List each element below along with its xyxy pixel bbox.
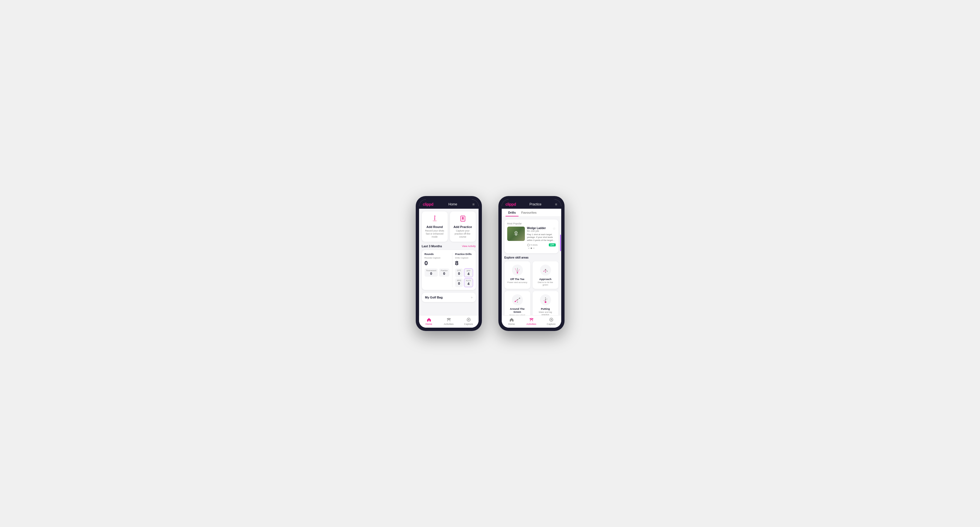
nav2-home[interactable]: Home: [505, 317, 519, 325]
approach-name: Approach: [539, 278, 551, 281]
rounds-col: Rounds Rounds Capture 0 Tournament 0 Pra…: [425, 253, 449, 287]
arg-box: ARG 0: [455, 278, 463, 287]
add-round-icon: [424, 215, 445, 224]
stats-card: Rounds Rounds Capture 0 Tournament 0 Pra…: [422, 250, 476, 290]
nav-capture[interactable]: Capture: [462, 317, 476, 325]
skill-approach[interactable]: Approach Dial-in to hit the green: [533, 261, 558, 289]
svg-point-4: [448, 318, 449, 320]
dot-2: [531, 248, 532, 249]
svg-point-0: [433, 220, 437, 221]
phone1-nav: Home Activities: [419, 315, 479, 328]
drills-total: 8: [455, 260, 473, 267]
skill-around-green[interactable]: Around The Green Hone your short game: [504, 291, 530, 315]
putting-name: Putting: [541, 307, 550, 310]
tournament-label: Tournament: [426, 270, 436, 271]
rounds-capture-label: Rounds Capture: [425, 257, 449, 259]
svg-point-5: [447, 319, 448, 319]
ott-value: 0: [457, 271, 461, 276]
tabs-bar: Drills Favourites: [502, 209, 561, 217]
drill-image: [507, 227, 525, 241]
view-activity-link[interactable]: View Activity: [462, 245, 476, 248]
stats-period-label: Last 3 Months: [422, 244, 442, 248]
app-label: APP: [466, 270, 471, 272]
drill-card[interactable]: Wedge Ladder 50–100 yds ☆ Play 1 shot at…: [507, 227, 556, 246]
practice-box: Practice 0: [439, 268, 449, 277]
putting-icon: [539, 294, 552, 306]
putt-value: 4: [466, 282, 471, 286]
add-round-card[interactable]: Add Round Record your shots fast or enha…: [422, 211, 448, 242]
skill-putting[interactable]: Putting Make and lag practice: [533, 291, 558, 315]
star-icon[interactable]: ☆: [553, 227, 556, 230]
logo2: clippd: [506, 202, 516, 206]
nav2-capture-label: Capture: [547, 323, 555, 325]
approach-icon: [539, 264, 552, 276]
putt-label: PUTT: [466, 280, 471, 282]
svg-rect-1: [434, 217, 435, 220]
add-practice-icon: [452, 215, 474, 224]
phone2-nav: Home Activities: [502, 315, 561, 328]
add-practice-card[interactable]: Add Practice Capture your practice off-t…: [450, 211, 476, 242]
drills-col: Practice Drills Drills Capture 8 OTT 0 A…: [455, 253, 473, 287]
svg-point-28: [544, 300, 544, 301]
rounds-title: Rounds: [425, 253, 449, 256]
nav-capture-label: Capture: [464, 323, 473, 325]
putt-box: PUTT 4: [464, 278, 473, 287]
dot-indicators: [507, 246, 556, 251]
svg-point-29: [546, 299, 547, 300]
scrollbar-indicator: [560, 235, 561, 251]
off-the-tee-desc: Power and accuracy: [507, 281, 527, 284]
nav2-home-label: Home: [508, 323, 515, 325]
ott-box: OTT 0: [455, 268, 463, 277]
nav2-capture[interactable]: Capture: [544, 317, 558, 325]
add-round-title: Add Round: [424, 225, 445, 229]
featured-section: Most Popular: [504, 219, 558, 253]
off-the-tee-icon: [511, 264, 523, 276]
arg-label: ARG: [457, 279, 461, 281]
svg-point-10: [515, 231, 517, 234]
practice-label: Practice: [441, 270, 447, 271]
ott-label: OTT: [457, 270, 461, 271]
practice-value: 0: [441, 271, 447, 276]
phone2-header: clippd Practice ≡: [502, 199, 561, 209]
rounds-total: 0: [425, 260, 449, 267]
putting-desc: Make and lag practice: [535, 311, 556, 315]
skill-grid: Off The Tee Power and accuracy: [504, 261, 558, 315]
drill-name: Wedge Ladder: [527, 227, 546, 230]
phone1-header: clippd Home ≡: [419, 199, 479, 209]
nav-home[interactable]: Home: [422, 317, 436, 325]
phone2-content: Most Popular: [502, 217, 561, 315]
dot-1: [528, 248, 530, 249]
nav2-activities[interactable]: Activities: [525, 317, 538, 325]
menu-icon[interactable]: ≡: [472, 202, 474, 206]
nav-activities-label: Activities: [444, 323, 454, 325]
phones-container: clippd Home ≡ A: [416, 196, 565, 331]
golf-bag-card[interactable]: My Golf Bag ›: [422, 293, 476, 302]
add-round-subtitle: Record your shots fast or enhanced mode: [424, 229, 445, 238]
skill-off-the-tee[interactable]: Off The Tee Power and accuracy: [504, 261, 530, 289]
svg-point-11: [527, 244, 530, 246]
explore-label: Explore skill areas: [504, 256, 558, 259]
approach-desc: Dial-in to hit the green: [535, 281, 556, 286]
tab-favourites[interactable]: Favourites: [519, 209, 539, 216]
app-value: 4: [466, 272, 471, 276]
tournament-box: Tournament 0: [425, 268, 438, 277]
app-badge: APP: [549, 243, 555, 246]
drill-range: 50–100 yds: [527, 230, 546, 232]
stats-divider: [452, 253, 452, 287]
svg-point-32: [532, 319, 533, 319]
tab-drills[interactable]: Drills: [506, 209, 519, 216]
action-cards: Add Round Record your shots fast or enha…: [422, 211, 476, 242]
nav-activities[interactable]: Activities: [442, 317, 456, 325]
add-practice-subtitle: Capture your practice off-the-course: [452, 229, 474, 238]
phone-practice: clippd Practice ≡ Drills Favourites Most…: [498, 196, 565, 331]
drill-image-inner: [507, 227, 525, 241]
arg-value: 0: [457, 281, 461, 286]
svg-point-13: [517, 272, 518, 273]
menu-icon2[interactable]: ≡: [555, 202, 557, 206]
drill-description: Play 1 shot at each target yardage. If y…: [527, 233, 556, 242]
page-title: Home: [449, 202, 457, 206]
most-popular-label: Most Popular: [507, 222, 556, 225]
nav-home-label: Home: [425, 323, 432, 325]
around-green-icon: [511, 294, 523, 306]
golf-bag-title: My Golf Bag: [425, 296, 443, 299]
